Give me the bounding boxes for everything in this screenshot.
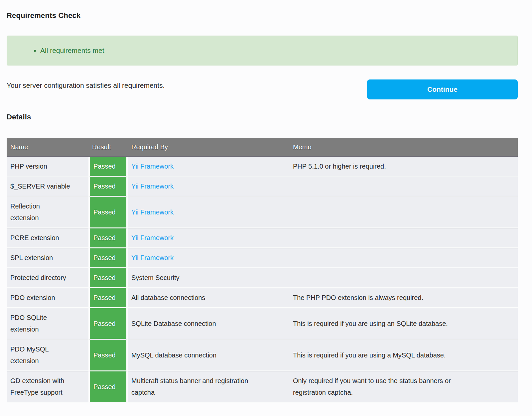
column-header-result: Result	[88, 138, 128, 157]
cell-name: PCRE extension	[7, 228, 88, 248]
table-row: PDO SQLite extension Passed SQLite Datab…	[7, 308, 518, 340]
success-alert: All requirements met	[7, 36, 518, 66]
cell-memo: This is required if you are using a MySQ…	[289, 340, 518, 371]
cell-memo: Only required if you want to use the sta…	[289, 371, 518, 403]
cell-name: SPL extension	[7, 248, 88, 268]
continue-button[interactable]: Continue	[367, 79, 518, 99]
cell-memo	[289, 177, 518, 197]
cell-memo	[289, 268, 518, 288]
status-badge: Passed	[88, 228, 128, 248]
cell-memo: PHP 5.1.0 or higher is required.	[289, 157, 518, 177]
requirements-table: Name Result Required By Memo PHP version…	[7, 138, 518, 403]
status-badge: Passed	[88, 371, 128, 403]
cell-name: PDO SQLite extension	[7, 308, 88, 340]
cell-required-by: MySQL database connection	[128, 340, 289, 371]
column-header-name: Name	[7, 138, 88, 157]
status-badge: Passed	[88, 197, 128, 228]
status-badge: Passed	[88, 268, 128, 288]
details-title: Details	[7, 99, 518, 121]
required-by-link[interactable]: Yii Framework	[128, 197, 289, 228]
status-badge: Passed	[88, 177, 128, 197]
table-row: Reflection extension Passed Yii Framewor…	[7, 197, 518, 228]
status-badge: Passed	[88, 248, 128, 268]
required-by-link[interactable]: Yii Framework	[128, 248, 289, 268]
cell-memo: The PHP PDO extension is always required…	[289, 288, 518, 308]
table-row: GD extension with FreeType support Passe…	[7, 371, 518, 403]
table-row: PDO MySQL extension Passed MySQL databas…	[7, 340, 518, 371]
cell-memo: This is required if you are using an SQL…	[289, 308, 518, 340]
column-header-required-by: Required By	[128, 138, 289, 157]
table-header-row: Name Result Required By Memo	[7, 138, 518, 157]
alert-list: All requirements met	[14, 46, 511, 55]
cell-required-by: All database connections	[128, 288, 289, 308]
cell-name: Reflection extension	[7, 197, 88, 228]
status-badge: Passed	[88, 157, 128, 177]
summary-row: Your server configuration satisfies all …	[7, 79, 518, 99]
cell-memo	[289, 197, 518, 228]
requirements-check-page: Requirements Check All requirements met …	[7, 0, 518, 403]
status-badge: Passed	[88, 288, 128, 308]
status-badge: Passed	[88, 308, 128, 340]
cell-name: PDO MySQL extension	[7, 340, 88, 371]
cell-name: PDO extension	[7, 288, 88, 308]
cell-name: Protected directory	[7, 268, 88, 288]
cell-memo	[289, 248, 518, 268]
table-row: PHP version Passed Yii Framework PHP 5.1…	[7, 157, 518, 177]
cell-name: PHP version	[7, 157, 88, 177]
table-row: SPL extension Passed Yii Framework	[7, 248, 518, 268]
cell-required-by: Multicraft status banner and registratio…	[128, 371, 289, 403]
table-row: $_SERVER variable Passed Yii Framework	[7, 177, 518, 197]
table-row: Protected directory Passed System Securi…	[7, 268, 518, 288]
column-header-memo: Memo	[289, 138, 518, 157]
cell-name: GD extension with FreeType support	[7, 371, 88, 403]
required-by-link[interactable]: Yii Framework	[128, 228, 289, 248]
required-by-link[interactable]: Yii Framework	[128, 157, 289, 177]
table-row: PCRE extension Passed Yii Framework	[7, 228, 518, 248]
status-badge: Passed	[88, 340, 128, 371]
cell-name: $_SERVER variable	[7, 177, 88, 197]
required-by-link[interactable]: Yii Framework	[128, 177, 289, 197]
cell-required-by: System Security	[128, 268, 289, 288]
cell-required-by: SQLite Database connection	[128, 308, 289, 340]
table-row: PDO extension Passed All database connec…	[7, 288, 518, 308]
alert-item: All requirements met	[40, 46, 511, 55]
page-title: Requirements Check	[7, 0, 518, 20]
summary-text: Your server configuration satisfies all …	[7, 79, 165, 90]
cell-memo	[289, 228, 518, 248]
